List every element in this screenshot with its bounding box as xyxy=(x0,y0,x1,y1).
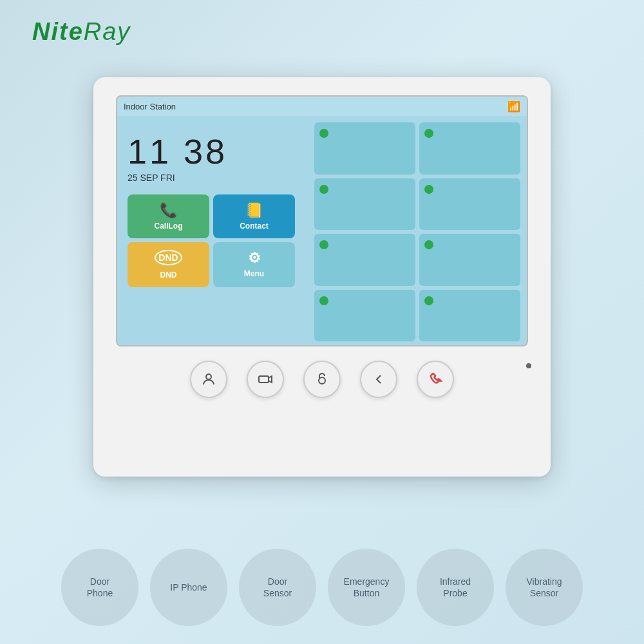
feature-door-sensor[interactable]: DoorSensor xyxy=(239,549,316,626)
unlock-phys-button[interactable] xyxy=(303,361,341,398)
device-screen[interactable]: Indoor Station 📶 11 38 25 SEP FRI 📞 Call… xyxy=(116,95,528,346)
door-panel-4[interactable] xyxy=(419,178,520,231)
screen-left-panel: 11 38 25 SEP FRI 📞 CallLog 📒 Contact DND… xyxy=(117,116,310,346)
door-panel-5[interactable] xyxy=(314,234,415,286)
camera-phys-button[interactable] xyxy=(247,361,284,398)
door-panel-2[interactable] xyxy=(419,122,520,175)
door-status-dot-2 xyxy=(424,129,433,138)
door-status-dot-1 xyxy=(319,129,328,138)
contact-button[interactable]: 📒 Contact xyxy=(213,194,295,238)
svg-rect-1 xyxy=(259,376,269,383)
door-panels-grid xyxy=(308,116,527,346)
door-status-dot-3 xyxy=(319,185,328,194)
feature-infrared-probe[interactable]: InfraredProbe xyxy=(417,549,494,626)
calllog-button[interactable]: 📞 CallLog xyxy=(128,194,209,238)
contact-icon: 📒 xyxy=(245,202,263,219)
door-panel-6[interactable] xyxy=(419,234,520,286)
calllog-icon: 📞 xyxy=(160,202,177,219)
brand-name-part2: Ray xyxy=(84,18,131,45)
dnd-icon: DND xyxy=(155,250,182,265)
door-panel-1[interactable] xyxy=(314,122,415,175)
menu-label: Menu xyxy=(244,269,264,278)
time-display: 11 38 xyxy=(128,131,300,171)
feature-vibrating-sensor[interactable]: VibratingSensor xyxy=(506,549,583,626)
door-status-dot-6 xyxy=(424,240,433,249)
feature-ip-phone-label: IP Phone xyxy=(170,582,207,593)
feature-door-phone[interactable]: DoorPhone xyxy=(61,549,138,626)
contact-phys-button[interactable] xyxy=(190,361,227,398)
dnd-button[interactable]: DND DND xyxy=(128,242,209,287)
function-button-grid: 📞 CallLog 📒 Contact DND DND ⚙ Menu xyxy=(128,194,295,287)
calllog-label: CallLog xyxy=(155,222,183,231)
brand-name-part1: Nite xyxy=(32,18,84,45)
feature-door-phone-label: DoorPhone xyxy=(87,576,113,599)
screen-header: Indoor Station 📶 xyxy=(117,97,527,116)
device-status-dot xyxy=(526,363,531,368)
door-status-dot-5 xyxy=(319,240,328,249)
door-status-dot-8 xyxy=(424,296,433,305)
feature-infrared-probe-label: InfraredProbe xyxy=(440,576,471,599)
door-panel-8[interactable] xyxy=(419,290,520,342)
features-section: DoorPhone IP Phone DoorSensor EmergencyB… xyxy=(0,549,644,626)
wifi-icon: 📶 xyxy=(507,100,520,113)
door-panel-7[interactable] xyxy=(314,290,415,342)
back-phys-button[interactable] xyxy=(360,361,397,398)
dnd-label: DND xyxy=(160,270,177,279)
feature-ip-phone[interactable]: IP Phone xyxy=(150,549,227,626)
feature-door-sensor-label: DoorSensor xyxy=(263,576,292,599)
menu-icon: ⚙ xyxy=(248,250,261,267)
door-panel-3[interactable] xyxy=(314,178,415,231)
screen-title: Indoor Station xyxy=(124,102,176,111)
device-panel: Indoor Station 📶 11 38 25 SEP FRI 📞 Call… xyxy=(93,77,551,477)
hangup-phys-button[interactable] xyxy=(417,361,454,398)
door-status-dot-7 xyxy=(319,296,328,305)
door-status-dot-4 xyxy=(424,185,433,194)
feature-vibrating-sensor-label: VibratingSensor xyxy=(526,576,562,599)
feature-emergency-button-label: EmergencyButton xyxy=(344,576,390,599)
feature-emergency-button[interactable]: EmergencyButton xyxy=(328,549,405,626)
contact-label: Contact xyxy=(240,222,269,231)
brand-logo: NiteRay xyxy=(32,18,131,46)
svg-point-0 xyxy=(206,374,211,379)
menu-button[interactable]: ⚙ Menu xyxy=(213,242,295,287)
date-display: 25 SEP FRI xyxy=(128,173,300,183)
physical-buttons-row xyxy=(190,361,454,398)
svg-point-2 xyxy=(319,377,325,384)
